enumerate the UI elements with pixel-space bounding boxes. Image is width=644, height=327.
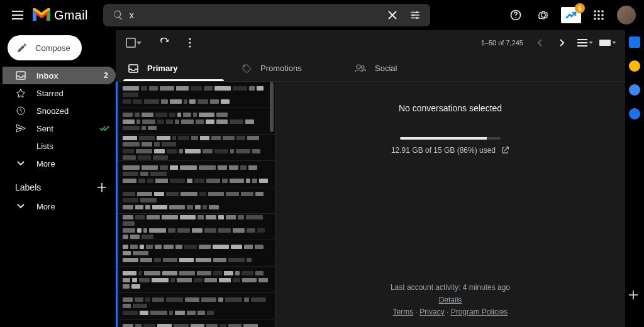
chevron-left-icon xyxy=(537,39,542,47)
compose-button[interactable]: Compose xyxy=(8,35,82,60)
sidebar-item-starred[interactable]: Starred xyxy=(3,84,116,102)
svg-point-20 xyxy=(189,45,191,47)
storage-text: 12.91 GB of 15 GB (86%) used xyxy=(391,146,496,155)
tab-primary[interactable]: Primary xyxy=(121,55,234,81)
svg-point-7 xyxy=(594,10,596,13)
clear-search-button[interactable] xyxy=(381,10,404,20)
search-options-button[interactable] xyxy=(404,9,426,21)
svg-rect-21 xyxy=(599,40,611,46)
main-menu-button[interactable] xyxy=(5,3,30,28)
sidebar-item-label: Snoozed xyxy=(36,106,109,116)
inbox-icon xyxy=(15,71,26,80)
account-button[interactable] xyxy=(614,3,639,28)
sidebar-item-sent[interactable]: Sent xyxy=(3,119,116,137)
list-item[interactable] xyxy=(118,214,275,240)
sidebar-item-label: Starred xyxy=(36,89,109,98)
input-tools-button[interactable] xyxy=(597,33,618,53)
svg-rect-22 xyxy=(129,65,138,72)
svg-point-24 xyxy=(362,65,365,69)
list-item[interactable] xyxy=(118,82,275,108)
sidebar-item-inbox[interactable]: Inbox 2 xyxy=(3,67,116,84)
product-name: Gmail xyxy=(54,8,88,23)
checkbox-icon xyxy=(126,38,136,48)
add-label-button[interactable] xyxy=(94,180,109,195)
list-item[interactable] xyxy=(118,135,275,161)
list-item[interactable] xyxy=(118,319,275,327)
split-pane-toggle[interactable] xyxy=(575,33,595,53)
tab-promotions[interactable]: Promotions xyxy=(234,55,347,81)
addon-tasks[interactable] xyxy=(629,84,640,96)
list-item[interactable] xyxy=(118,293,275,319)
sidebar-item-label: Inbox xyxy=(36,71,94,80)
older-button[interactable] xyxy=(552,33,572,53)
refresh-icon xyxy=(160,38,170,48)
plus-icon xyxy=(97,183,106,192)
sidebar-item-more[interactable]: More xyxy=(3,155,116,172)
newer-button[interactable] xyxy=(530,33,550,53)
conversation-list[interactable]: // generated below after data binding xyxy=(116,82,275,327)
terms-link[interactable]: Terms xyxy=(393,308,414,316)
reading-pane: No conversations selected 12.91 GB of 15… xyxy=(275,82,625,327)
side-panel xyxy=(625,30,644,327)
product-badge-icon: 6 xyxy=(561,7,581,23)
help-icon xyxy=(509,9,522,21)
activity-text: Last account activity: 4 minutes ago xyxy=(391,282,510,294)
svg-rect-16 xyxy=(16,72,25,79)
pager-text[interactable]: 1–50 of 7,245 xyxy=(481,39,523,47)
category-tabs: Primary Promotions Social xyxy=(116,55,625,82)
list-item[interactable] xyxy=(118,267,275,293)
addon-contacts[interactable] xyxy=(629,108,640,119)
list-item[interactable] xyxy=(118,187,275,214)
details-link[interactable]: Details xyxy=(439,296,462,304)
settings-button[interactable] xyxy=(531,3,556,28)
gmail-m-icon xyxy=(33,8,50,22)
hamburger-icon xyxy=(12,11,23,19)
tag-icon xyxy=(242,64,252,74)
select-all-checkbox[interactable] xyxy=(123,33,143,53)
tab-social[interactable]: Social xyxy=(347,55,460,81)
svg-point-19 xyxy=(189,42,191,43)
more-actions-button[interactable] xyxy=(180,33,200,53)
inbox-icon xyxy=(128,64,138,73)
svg-point-6 xyxy=(515,17,516,18)
scrollbar-thumb[interactable] xyxy=(270,82,274,132)
search-input[interactable]: x xyxy=(130,10,381,20)
policies-link[interactable]: Program Policies xyxy=(451,308,508,316)
chevron-down-icon xyxy=(15,204,26,209)
google-apps-button[interactable] xyxy=(586,3,611,28)
list-item[interactable] xyxy=(118,240,275,267)
labels-heading: Labels xyxy=(3,177,116,197)
double-check-icon xyxy=(99,125,109,131)
app-shortcut[interactable]: 6 xyxy=(558,3,584,28)
gear-icon xyxy=(537,9,550,21)
inbox-count: 2 xyxy=(104,71,109,80)
privacy-link[interactable]: Privacy xyxy=(419,308,444,316)
close-icon xyxy=(387,10,397,20)
chevron-down-icon xyxy=(15,161,26,166)
keyboard-icon xyxy=(599,40,611,46)
svg-point-15 xyxy=(601,18,604,20)
tab-label: Social xyxy=(375,64,397,73)
addon-get-addons[interactable] xyxy=(629,291,640,302)
svg-point-13 xyxy=(594,18,596,20)
caret-down-icon xyxy=(136,42,142,45)
list-item[interactable] xyxy=(118,161,275,187)
empty-state-text: No conversations selected xyxy=(399,103,502,113)
notification-badge: 6 xyxy=(575,3,585,13)
addon-keep[interactable] xyxy=(629,60,640,72)
gmail-logo[interactable]: Gmail xyxy=(33,8,101,23)
refresh-button[interactable] xyxy=(155,33,175,53)
search-bar[interactable]: x xyxy=(103,4,430,26)
list-density-icon xyxy=(577,39,587,47)
sidebar-item-lists[interactable]: Lists xyxy=(3,137,116,155)
sidebar-item-snoozed[interactable]: Snoozed xyxy=(3,102,116,119)
svg-point-9 xyxy=(601,10,604,13)
sidebar-labels-more[interactable]: More xyxy=(3,197,116,215)
support-button[interactable] xyxy=(503,3,528,28)
sidebar-item-label: Lists xyxy=(36,141,109,151)
list-item[interactable] xyxy=(118,108,275,135)
svg-point-23 xyxy=(357,65,360,69)
addon-calendar[interactable] xyxy=(629,36,640,48)
sidebar-item-label: Sent xyxy=(36,124,89,133)
open-external-icon[interactable] xyxy=(501,146,509,155)
